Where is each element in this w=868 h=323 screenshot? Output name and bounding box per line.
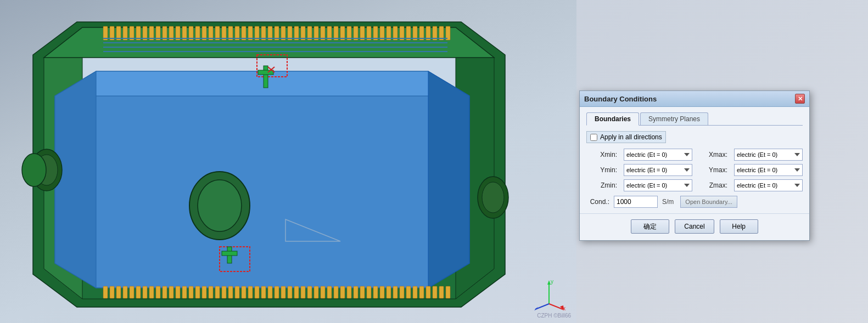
svg-rect-115 [419, 286, 424, 298]
svg-rect-90 [255, 286, 259, 298]
cond-row: Cond.: S/m Open Boundary... [586, 196, 803, 208]
svg-rect-114 [413, 286, 417, 298]
svg-rect-93 [275, 286, 279, 298]
confirm-button[interactable]: 确定 [631, 219, 669, 234]
boundary-conditions-dialog: Boundary Conditions ✕ Boundaries Symmetr… [579, 90, 810, 241]
open-boundary-button[interactable]: Open Boundary... [680, 196, 737, 208]
svg-rect-95 [288, 286, 292, 298]
xmin-label: Xmin: [586, 151, 619, 158]
svg-rect-116 [426, 286, 430, 298]
cond-input[interactable] [614, 196, 658, 208]
tab-boundaries[interactable]: Boundaries [586, 112, 639, 126]
svg-rect-86 [228, 286, 233, 298]
svg-rect-104 [347, 286, 351, 298]
svg-rect-97 [301, 286, 305, 298]
svg-point-126 [482, 182, 504, 213]
svg-rect-118 [439, 286, 444, 298]
svg-rect-83 [209, 286, 213, 298]
svg-rect-71 [130, 286, 134, 298]
svg-rect-102 [334, 286, 338, 298]
svg-marker-9 [428, 71, 469, 288]
svg-rect-105 [354, 286, 358, 298]
svg-text:y: y [551, 279, 553, 285]
svg-rect-117 [433, 286, 437, 298]
svg-rect-69 [116, 286, 121, 298]
apply-all-directions-label: Apply in all directions [600, 133, 662, 141]
svg-rect-108 [373, 286, 378, 298]
svg-rect-77 [169, 286, 173, 298]
svg-rect-70 [123, 286, 127, 298]
boundary-form-grid: Xmin: electric (Et = 0) magnetic (Ht = 0… [586, 149, 803, 191]
svg-point-124 [22, 154, 46, 186]
svg-rect-75 [156, 286, 160, 298]
svg-rect-87 [235, 286, 239, 298]
dialog-footer: 确定 Cancel Help [580, 213, 809, 240]
svg-rect-134 [222, 251, 237, 256]
svg-rect-103 [340, 286, 345, 298]
zmin-label: Zmin: [586, 182, 619, 189]
apply-all-directions-checkbox[interactable] [590, 134, 597, 141]
ymax-select[interactable]: electric (Et = 0) magnetic (Ht = 0) open [734, 164, 803, 176]
svg-rect-100 [321, 286, 325, 298]
apply-all-directions-row[interactable]: Apply in all directions [586, 131, 666, 143]
xmax-label: Xmax: [697, 151, 730, 158]
svg-rect-130 [258, 70, 273, 75]
cond-unit: S/m [662, 198, 674, 206]
svg-rect-82 [202, 286, 206, 298]
svg-rect-91 [261, 286, 266, 298]
3d-viewport: y x CZPH ©Bill66 [0, 0, 576, 323]
svg-point-128 [198, 180, 242, 231]
tab-row: Boundaries Symmetry Planes [586, 112, 803, 126]
svg-rect-73 [143, 286, 147, 298]
coordinate-axes: y x [533, 279, 565, 312]
svg-rect-107 [367, 286, 371, 298]
svg-rect-74 [149, 286, 154, 298]
svg-rect-92 [268, 286, 272, 298]
ymin-label: Ymin: [586, 166, 619, 174]
svg-rect-112 [400, 286, 404, 298]
svg-rect-111 [393, 286, 397, 298]
svg-rect-79 [182, 286, 187, 298]
svg-rect-88 [242, 286, 246, 298]
svg-rect-98 [307, 286, 312, 298]
svg-rect-129 [264, 66, 268, 88]
svg-rect-99 [314, 286, 318, 298]
svg-rect-106 [360, 286, 365, 298]
svg-rect-85 [222, 286, 226, 298]
ymin-select[interactable]: electric (Et = 0) magnetic (Ht = 0) open [624, 164, 692, 176]
svg-marker-7 [55, 71, 469, 96]
model-container [11, 5, 549, 313]
zmax-select[interactable]: electric (Et = 0) magnetic (Ht = 0) open [734, 179, 803, 191]
svg-rect-94 [281, 286, 285, 298]
watermark: CZPH ©Bill66 [537, 313, 571, 319]
xmin-select[interactable]: electric (Et = 0) magnetic (Ht = 0) open [624, 149, 692, 161]
xmax-select[interactable]: electric (Et = 0) magnetic (Ht = 0) open [734, 149, 803, 161]
svg-line-143 [535, 304, 549, 309]
svg-rect-89 [248, 286, 253, 298]
svg-marker-8 [55, 71, 96, 288]
svg-rect-68 [110, 286, 114, 298]
ymax-label: Ymax: [697, 166, 730, 174]
svg-rect-80 [189, 286, 193, 298]
dialog-body: Boundaries Symmetry Planes Apply in all … [580, 107, 809, 213]
svg-rect-78 [176, 286, 180, 298]
svg-marker-6 [55, 71, 469, 288]
close-button[interactable]: ✕ [795, 94, 805, 104]
svg-rect-101 [327, 286, 332, 298]
svg-rect-81 [195, 286, 200, 298]
svg-rect-67 [103, 286, 108, 298]
cancel-button[interactable]: Cancel [675, 219, 714, 234]
svg-rect-113 [406, 286, 411, 298]
svg-rect-72 [136, 286, 141, 298]
svg-text:x: x [563, 305, 565, 311]
svg-rect-109 [380, 286, 384, 298]
zmin-select[interactable]: electric (Et = 0) magnetic (Ht = 0) open [624, 179, 692, 191]
svg-rect-84 [215, 286, 220, 298]
svg-rect-96 [294, 286, 299, 298]
svg-rect-110 [387, 286, 391, 298]
dialog-titlebar: Boundary Conditions ✕ [580, 91, 809, 107]
svg-rect-119 [446, 286, 450, 298]
tab-symmetry-planes[interactable]: Symmetry Planes [640, 112, 708, 125]
cond-label: Cond.: [586, 198, 609, 206]
help-button[interactable]: Help [720, 219, 758, 234]
